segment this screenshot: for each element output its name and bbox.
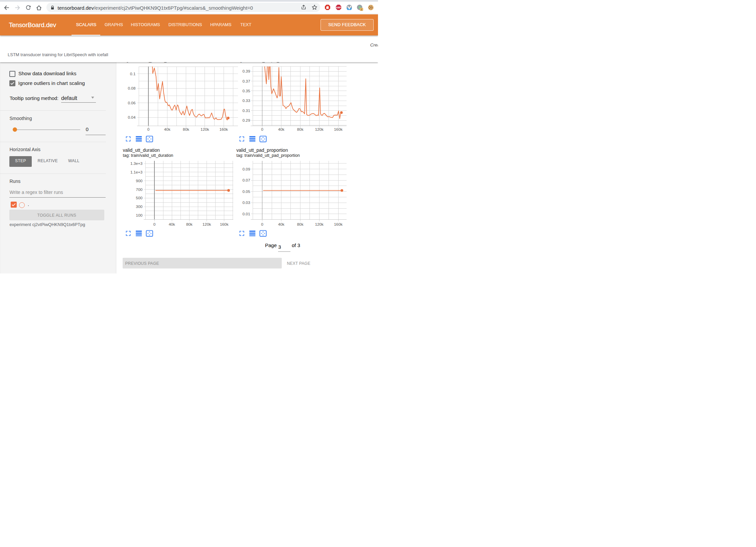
svg-text:80k: 80k — [297, 127, 303, 132]
svg-text:0.05: 0.05 — [243, 189, 250, 194]
svg-text:0.09: 0.09 — [243, 167, 250, 172]
svg-text:0.03: 0.03 — [243, 200, 250, 205]
svg-text:120k: 120k — [315, 222, 324, 227]
svg-text:0.01: 0.01 — [243, 212, 250, 216]
svg-text:0.35: 0.35 — [243, 89, 250, 93]
svg-text:80k: 80k — [183, 127, 189, 132]
svg-text:300: 300 — [136, 204, 143, 209]
svg-text:40k: 40k — [169, 222, 175, 227]
svg-text:40k: 40k — [278, 127, 284, 132]
svg-text:0.07: 0.07 — [243, 178, 250, 183]
svg-text:0.33: 0.33 — [243, 98, 250, 103]
svg-text:0.31: 0.31 — [243, 108, 250, 113]
svg-text:700: 700 — [136, 187, 143, 192]
svg-text:80k: 80k — [186, 222, 193, 227]
svg-text:1.3e+3: 1.3e+3 — [130, 161, 143, 166]
svg-text:0: 0 — [147, 127, 150, 132]
svg-text:160k: 160k — [334, 222, 343, 227]
svg-text:160k: 160k — [220, 222, 229, 227]
svg-text:40k: 40k — [278, 222, 284, 227]
svg-text:0: 0 — [261, 222, 263, 227]
svg-text:160k: 160k — [219, 127, 228, 132]
svg-text:40k: 40k — [164, 127, 170, 132]
svg-text:ABP: ABP — [336, 6, 341, 9]
svg-text:1.1e+3: 1.1e+3 — [130, 170, 143, 175]
svg-text:0.29: 0.29 — [243, 118, 250, 123]
svg-text:160k: 160k — [334, 127, 343, 132]
svg-text:0: 0 — [261, 127, 263, 132]
svg-text:120k: 120k — [315, 127, 324, 132]
svg-text:120k: 120k — [203, 222, 211, 227]
svg-text:0.04: 0.04 — [128, 115, 136, 120]
svg-text:900: 900 — [136, 179, 143, 183]
svg-text:100: 100 — [136, 213, 143, 218]
svg-text:0.39: 0.39 — [243, 69, 250, 74]
svg-text:0.37: 0.37 — [243, 79, 250, 84]
svg-text:120k: 120k — [201, 127, 209, 132]
svg-text:80k: 80k — [297, 222, 303, 227]
svg-text:0.06: 0.06 — [128, 101, 136, 105]
svg-text:0.08: 0.08 — [128, 86, 136, 91]
svg-text:0: 0 — [153, 222, 156, 227]
svg-text:500: 500 — [136, 196, 143, 200]
svg-text:1: 1 — [361, 8, 362, 11]
svg-text:0.1: 0.1 — [130, 72, 135, 76]
